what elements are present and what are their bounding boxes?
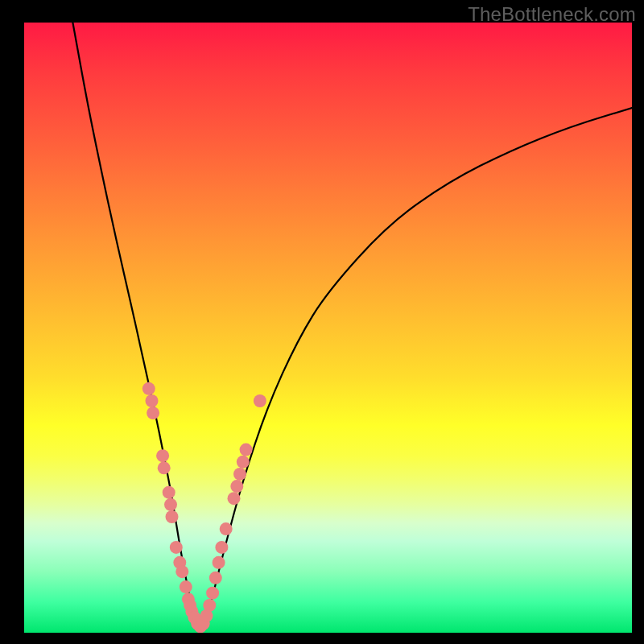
highlight-dot xyxy=(175,565,188,578)
highlight-dot xyxy=(146,394,159,407)
highlight-dot xyxy=(215,541,228,554)
highlight-dot xyxy=(156,449,169,462)
highlight-dot xyxy=(213,556,225,569)
highlight-dots xyxy=(142,382,266,633)
highlight-dot xyxy=(203,599,216,612)
bottleneck-curve xyxy=(72,23,632,630)
highlight-dot xyxy=(230,480,243,493)
highlight-dot xyxy=(163,486,175,499)
chart-svg xyxy=(24,23,632,633)
highlight-dot xyxy=(254,394,266,407)
highlight-dot xyxy=(180,580,192,593)
highlight-dot xyxy=(166,510,179,523)
highlight-dot xyxy=(164,498,177,511)
highlight-dot xyxy=(147,407,159,419)
highlight-dot xyxy=(233,468,246,481)
watermark-label: TheBottleneck.com xyxy=(468,3,636,26)
highlight-dot xyxy=(240,444,253,456)
highlight-dot xyxy=(220,522,233,535)
highlight-dot xyxy=(237,456,250,469)
highlight-dot xyxy=(158,461,171,474)
plot-area xyxy=(24,23,632,633)
chart-frame: TheBottleneck.com xyxy=(0,0,644,644)
highlight-dot xyxy=(209,572,222,584)
highlight-dot xyxy=(228,492,241,505)
highlight-dot xyxy=(206,587,219,600)
highlight-dot xyxy=(142,382,155,395)
highlight-dot xyxy=(170,541,183,554)
